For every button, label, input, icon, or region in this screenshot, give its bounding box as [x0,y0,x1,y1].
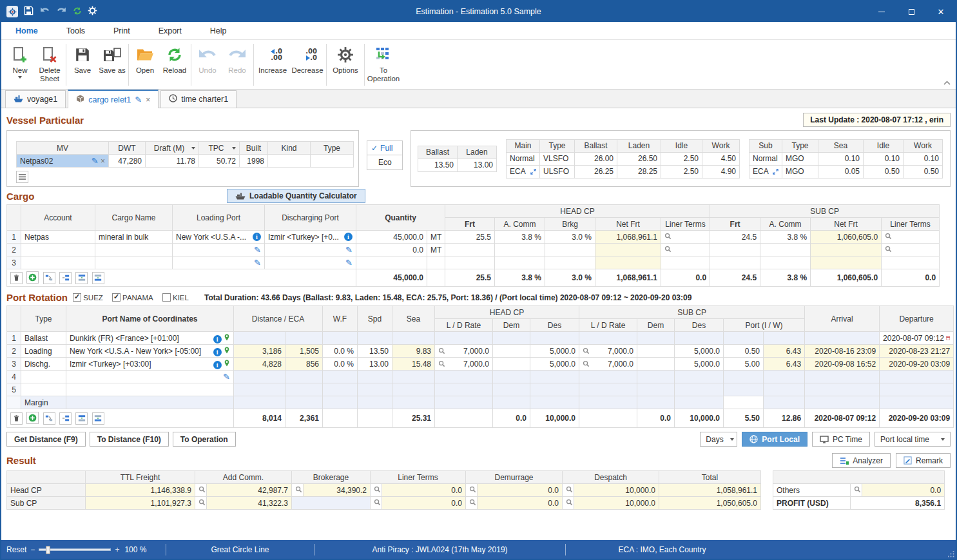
zoom-reset-label[interactable]: Reset [6,545,26,554]
close-button[interactable]: ✕ [926,1,956,22]
menu-tools[interactable]: Tools [52,22,99,40]
discharging-port-cell[interactable]: Izmir <Turkey> [+0...i [265,231,356,244]
app-icon[interactable] [6,6,18,17]
zoom-slider[interactable] [39,548,111,551]
port-info-icon[interactable]: i [253,233,261,241]
arrival-cell[interactable]: 2020-08-16 23:09 [805,345,880,358]
tab-time-charter1[interactable]: time charter1 [160,90,237,108]
port-local-time-select[interactable]: Port local time [875,432,951,447]
type-cell[interactable] [311,155,354,168]
quick-settings-gear-icon[interactable] [88,6,97,17]
port-name-cell[interactable]: Dunkirk (FR) <France> [+01:00]i [66,332,234,345]
suez-checkbox[interactable]: SUEZ [73,293,103,302]
port-info-icon[interactable]: i [213,335,222,343]
cargo-name-cell[interactable]: mineral in bulk [95,231,173,244]
built-cell[interactable]: 1998 [240,155,268,168]
undo-button[interactable]: Undo [193,42,222,88]
pc-time-button[interactable]: PC Time [812,432,870,447]
to-operation-table-button[interactable]: To Operation [173,432,236,447]
menu-print[interactable]: Print [99,22,144,40]
open-button[interactable]: Open [131,42,159,88]
port-name-cell[interactable]: New York <U.S.A - New York> [-05:00]i [66,345,234,358]
add-row-button[interactable] [26,412,39,424]
quick-save-icon[interactable] [24,6,34,17]
delete-rows-button[interactable] [10,272,23,284]
analyzer-button[interactable]: Analyzer [832,453,891,468]
vessel-name-cell[interactable]: Netpas02✎ × [17,155,109,168]
save-as-button[interactable]: Save as [98,42,126,88]
unit-cell[interactable]: MT [427,231,445,244]
others-value[interactable]: 0.0 [862,484,945,497]
departure-cell[interactable]: 2020-09-20 03:09 [880,358,954,371]
map-pin-icon[interactable] [224,359,230,367]
get-distance-button[interactable]: Get Distance (F9) [6,432,86,447]
loading-port-cell[interactable]: New York <U.S.A -...i [173,231,265,244]
tab-cargo-relet1[interactable]: cargo relet1 ✎ × [68,90,159,108]
row-order-button[interactable] [43,412,55,425]
menu-help[interactable]: Help [196,22,241,40]
arrival-cell[interactable] [805,332,880,345]
map-pin-icon[interactable] [224,333,230,342]
remark-button[interactable]: Remark [896,453,951,468]
port-name-cell[interactable]: Izmir <Turkey> [+03:00]i [66,358,234,371]
draft-cell[interactable]: 11.78 [146,155,199,168]
eca-status[interactable]: ECA : IMO, Each Country [618,545,706,554]
anti-piracy-status[interactable]: Anti Piracy : JWLA024 (17th May 2019) [372,545,507,554]
quantity-cell[interactable]: 45,000.0 [356,231,427,244]
quick-undo-icon[interactable] [39,6,50,17]
departure-cell[interactable]: 2020-08-23 21:27 [880,345,954,358]
menu-home[interactable]: Home [1,22,52,40]
save-button[interactable]: Save [68,42,97,88]
type-cell[interactable]: Loading [21,345,66,358]
increase-decimal-button[interactable]: .0.00 Increase [256,42,289,88]
type-cell[interactable]: Ballast [21,332,66,345]
insert-row-button[interactable] [59,412,72,425]
mode-eco-option[interactable]: Eco [367,155,402,169]
mode-full-option[interactable]: ✓Full [367,141,402,155]
vessel-list-menu-button[interactable] [16,171,28,183]
delete-rows-button[interactable] [10,412,23,425]
account-cell[interactable]: Netpas [21,231,95,244]
port-info-icon[interactable]: i [344,233,353,241]
menu-export[interactable]: Export [144,22,196,40]
edit-port-pencil-icon[interactable]: ✎ [345,258,353,267]
tab-voyage1[interactable]: voyage1 [5,90,66,108]
reload-button[interactable]: Reload [160,42,189,88]
port-info-icon[interactable]: i [213,348,222,356]
fill-down-button[interactable] [92,412,104,425]
insert-row-button[interactable] [59,272,72,284]
ballast-speed-cell[interactable]: 13.50 [418,159,458,171]
fill-up-button[interactable] [75,272,88,284]
loadable-quantity-calculator-button[interactable]: Loadable Quantity Calculator [227,189,365,203]
laden-speed-cell[interactable]: 13.00 [458,159,497,171]
col-draft[interactable]: Draft (M) [146,142,199,155]
route-method-status[interactable]: Great Circle Line [211,545,269,554]
col-tpc[interactable]: TPC [199,142,240,155]
fill-up-button[interactable] [75,412,88,425]
minimize-button[interactable] [867,1,896,22]
collapse-ribbon-button[interactable] [943,79,951,86]
maximize-button[interactable] [896,1,926,22]
edit-port-pencil-icon[interactable]: ✎ [254,258,261,267]
kiel-checkbox[interactable]: KIEL [162,293,189,302]
arrival-cell[interactable]: 2020-09-08 16:52 [805,358,880,371]
resize-grip[interactable] [948,551,954,557]
port-local-button[interactable]: Port Local [742,432,807,447]
clear-vessel-icon[interactable]: × [101,157,105,166]
to-operation-button[interactable]: To Operation [367,42,400,88]
port-info-icon[interactable]: i [213,361,222,369]
departure-cell[interactable]: 2020-08-07 09:12 [880,332,954,345]
rename-tab-pencil-icon[interactable]: ✎ [135,95,142,104]
add-row-button[interactable] [26,271,39,284]
calendar-icon[interactable] [946,334,950,342]
fill-down-button[interactable] [92,272,104,284]
days-select[interactable]: Days [700,432,737,447]
edit-port-pencil-icon[interactable]: ✎ [223,372,230,381]
edit-vessel-pencil-icon[interactable]: ✎ [92,156,99,166]
zoom-slider-thumb[interactable] [46,546,50,554]
kind-cell[interactable] [268,155,311,168]
to-distance-button[interactable]: To Distance (F10) [90,432,169,447]
dwt-cell[interactable]: 47,280 [109,155,146,168]
tpc-cell[interactable]: 50.72 [199,155,240,168]
delete-sheet-button[interactable]: Delete Sheet [35,42,64,88]
